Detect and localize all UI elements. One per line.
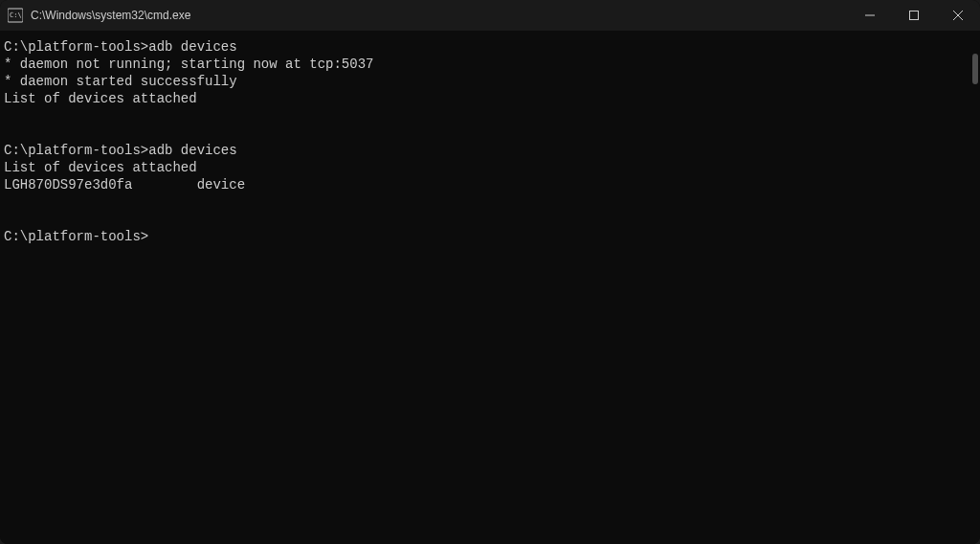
terminal-output: C:\platform-tools>adb devices * daemon n… [0, 31, 980, 253]
scrollbar-thumb[interactable] [972, 54, 978, 84]
cmd-icon: C:\ [8, 8, 23, 23]
terminal-body[interactable]: C:\platform-tools>adb devices * daemon n… [0, 31, 980, 544]
window-controls [848, 0, 980, 31]
minimize-button[interactable] [848, 0, 892, 31]
titlebar[interactable]: C:\ C:\Windows\system32\cmd.exe [0, 0, 980, 31]
svg-rect-3 [910, 11, 919, 20]
svg-text:C:\: C:\ [10, 11, 22, 19]
close-button[interactable] [936, 0, 980, 31]
cmd-window: C:\ C:\Windows\system32\cmd.exe [0, 0, 980, 544]
window-title: C:\Windows\system32\cmd.exe [31, 9, 848, 22]
scrollbar-track[interactable] [967, 31, 980, 544]
maximize-button[interactable] [892, 0, 936, 31]
